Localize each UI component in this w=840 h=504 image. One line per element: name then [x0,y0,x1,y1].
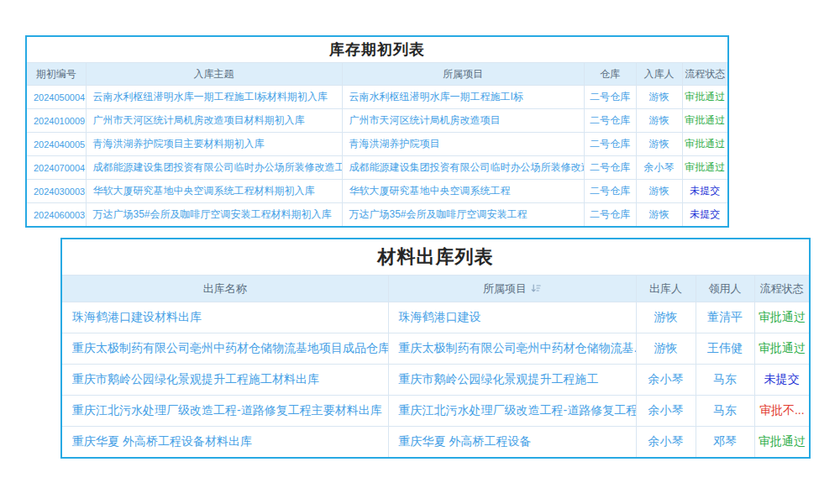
table-row: 珠海鹤港口建设材料出库珠海鹤港口建设游恢董清平审批通过 [62,302,809,333]
project-cell[interactable]: 万达广场35#会所及咖啡厅空调安装工程 [342,203,584,227]
table-row: 重庆华夏 外高桥工程设备材料出库重庆华夏 外高桥工程设备余小琴邓琴审批通过 [62,427,809,458]
column-header-name: 出库名称 [62,276,388,302]
subject-cell[interactable]: 成都能源建设集团投资有限公司临时办公场所装修改造工程EPC... [86,156,342,180]
column-header-label: 所属项目 [443,68,483,80]
person-cell[interactable]: 游恢 [636,86,682,109]
issuer-cell[interactable]: 游恢 [636,302,696,333]
status-text: 审批通过 [682,133,727,156]
warehouse-cell[interactable]: 二号仓库 [584,86,636,109]
column-header-warehouse: 仓库 [584,63,636,86]
subject-cell[interactable]: 云南水利枢纽潜明水库一期工程施工I标材料期初入库 [86,86,342,109]
column-header-status: 流程状态 [754,276,809,302]
table-row: 重庆太极制药有限公司亳州中药材仓储物流基地项目成品仓库和...重庆太极制药有限公… [62,333,809,365]
status-text: 审批通过 [682,86,727,109]
project-cell[interactable]: 青海洪湖养护院项目 [342,133,584,156]
id-cell[interactable]: 2024070004 [27,156,86,180]
column-header-issuer: 出库人 [636,276,696,302]
column-header-recipient: 领用人 [696,276,754,302]
subject-cell[interactable]: 万达广场35#会所及咖啡厅空调安装工程材料期初入库 [86,203,342,227]
issuer-cell[interactable]: 游恢 [636,333,696,365]
column-header-id: 期初编号 [27,63,86,86]
id-cell[interactable]: 2024050004 [27,86,86,109]
subject-cell[interactable]: 华软大厦研究基地中央空调系统工程材料期初入库 [86,180,342,203]
material-outbound-list-panel: 材料出库列表 出库名称所属项目出库人领用人流程状态 珠海鹤港口建设材料出库珠海鹤… [60,238,811,459]
table-row: 2024040005青海洪湖养护院项目主要材料期初入库青海洪湖养护院项目二号仓库… [27,133,727,156]
project-cell[interactable]: 重庆江北污水处理厂级改造工程-道路修复工程 [388,396,636,427]
column-header-label: 仓库 [600,68,620,80]
table-row: 重庆市鹅岭公园绿化景观提升工程施工材料出库重庆市鹅岭公园绿化景观提升工程施工余小… [62,365,809,396]
project-cell[interactable]: 重庆太极制药有限公司亳州中药材仓储物流基... [388,333,636,365]
status-text: 未提交 [682,203,727,227]
column-header-project[interactable]: 所属项目 [388,276,636,302]
table-row: 2024070004成都能源建设集团投资有限公司临时办公场所装修改造工程EPC.… [27,156,727,180]
initial-inventory-list-panel: 库存期初列表 期初编号入库主题所属项目仓库入库人流程状态 2024050004云… [25,35,729,228]
person-cell[interactable]: 游恢 [636,180,682,203]
column-header-person: 入库人 [636,63,682,86]
column-header-label: 领用人 [709,282,742,295]
name-cell[interactable]: 重庆华夏 外高桥工程设备材料出库 [62,427,388,458]
initial-inventory-list-title: 库存期初列表 [27,37,727,62]
name-cell[interactable]: 重庆江北污水处理厂级改造工程-道路修复工程主要材料出库 [62,396,388,427]
column-header-project: 所属项目 [342,63,584,86]
person-cell[interactable]: 余小琴 [636,156,682,180]
table-row: 2024060003万达广场35#会所及咖啡厅空调安装工程材料期初入库万达广场3… [27,203,727,227]
recipient-cell[interactable]: 王伟健 [696,333,754,365]
issuer-cell[interactable]: 余小琴 [636,427,696,458]
warehouse-cell[interactable]: 二号仓库 [584,156,636,180]
header-row: 出库名称所属项目出库人领用人流程状态 [62,276,809,302]
project-cell[interactable]: 成都能源建设集团投资有限公司临时办公场所装修改造工程... [342,156,584,180]
project-cell[interactable]: 重庆市鹅岭公园绿化景观提升工程施工 [388,365,636,396]
column-header-label: 所属项目 [483,282,527,295]
id-cell[interactable]: 2024010009 [27,109,86,133]
status-text: 审批通过 [754,302,809,333]
column-header-label: 出库人 [649,282,682,295]
recipient-cell[interactable]: 马东 [696,396,754,427]
status-text: 审批通过 [754,333,809,365]
table-row: 重庆江北污水处理厂级改造工程-道路修复工程主要材料出库重庆江北污水处理厂级改造工… [62,396,809,427]
status-text: 审批通过 [754,427,809,458]
material-outbound-list-title: 材料出库列表 [62,239,809,275]
project-cell[interactable]: 重庆华夏 外高桥工程设备 [388,427,636,458]
person-cell[interactable]: 游恢 [636,203,682,227]
warehouse-cell[interactable]: 二号仓库 [584,109,636,133]
material-outbound-table: 出库名称所属项目出库人领用人流程状态 珠海鹤港口建设材料出库珠海鹤港口建设游恢董… [62,275,809,458]
subject-cell[interactable]: 青海洪湖养护院项目主要材料期初入库 [86,133,342,156]
status-text: 审批通过 [682,109,727,133]
column-header-label: 入库人 [644,68,675,80]
column-header-label: 期初编号 [36,68,76,80]
project-cell[interactable]: 珠海鹤港口建设 [388,302,636,333]
subject-cell[interactable]: 广州市天河区统计局机房改造项目材料期初入库 [86,109,342,133]
issuer-cell[interactable]: 余小琴 [636,396,696,427]
status-text: 审批通过 [682,156,727,180]
name-cell[interactable]: 重庆太极制药有限公司亳州中药材仓储物流基地项目成品仓库和... [62,333,388,365]
table-row: 2024030003华软大厦研究基地中央空调系统工程材料期初入库华软大厦研究基地… [27,180,727,203]
header-row: 期初编号入库主题所属项目仓库入库人流程状态 [27,63,727,86]
column-header-label: 入库主题 [194,68,234,80]
name-cell[interactable]: 珠海鹤港口建设材料出库 [62,302,388,333]
status-text: 审批不... [754,396,809,427]
warehouse-cell[interactable]: 二号仓库 [584,133,636,156]
name-cell[interactable]: 重庆市鹅岭公园绿化景观提升工程施工材料出库 [62,365,388,396]
column-header-label: 流程状态 [760,282,804,295]
column-header-label: 出库名称 [203,282,247,295]
id-cell[interactable]: 2024060003 [27,203,86,227]
table-row: 2024010009广州市天河区统计局机房改造项目材料期初入库广州市天河区统计局… [27,109,727,133]
recipient-cell[interactable]: 董清平 [696,302,754,333]
project-cell[interactable]: 广州市天河区统计局机房改造项目 [342,109,584,133]
initial-inventory-table: 期初编号入库主题所属项目仓库入库人流程状态 2024050004云南水利枢纽潜明… [27,62,727,227]
column-header-status: 流程状态 [682,63,727,86]
id-cell[interactable]: 2024040005 [27,133,86,156]
warehouse-cell[interactable]: 二号仓库 [584,180,636,203]
status-text: 未提交 [754,365,809,396]
issuer-cell[interactable]: 余小琴 [636,365,696,396]
column-header-subject: 入库主题 [86,63,342,86]
id-cell[interactable]: 2024030003 [27,180,86,203]
person-cell[interactable]: 游恢 [636,109,682,133]
status-text: 未提交 [682,180,727,203]
recipient-cell[interactable]: 邓琴 [696,427,754,458]
person-cell[interactable]: 游恢 [636,133,682,156]
project-cell[interactable]: 云南水利枢纽潜明水库一期工程施工I标 [342,86,584,109]
recipient-cell[interactable]: 马东 [696,365,754,396]
warehouse-cell[interactable]: 二号仓库 [584,203,636,227]
project-cell[interactable]: 华软大厦研究基地中央空调系统工程 [342,180,584,203]
